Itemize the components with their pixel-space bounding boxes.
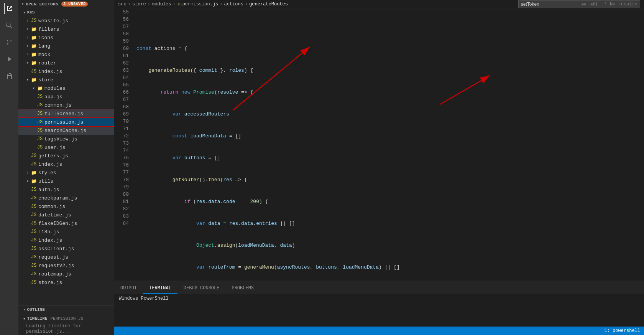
activity-bar bbox=[0, 0, 18, 335]
run-debug-icon[interactable] bbox=[4, 54, 15, 64]
tree-label: flakeIDGen.js bbox=[38, 221, 114, 226]
tree-label: fullScreen.js bbox=[44, 111, 114, 117]
tree-item-store[interactable]: ▾ 📁 store bbox=[18, 76, 114, 84]
open-editors-header[interactable]: ▾ OPEN EDITORS 2 UNSAVED bbox=[18, 0, 114, 8]
tab-problems[interactable]: PROBLEMS bbox=[225, 283, 260, 294]
source-control-icon[interactable] bbox=[4, 37, 15, 48]
tree-item-utils[interactable]: ▾ 📁 utils bbox=[18, 177, 114, 185]
tree-item-filters[interactable]: › 📁 filters bbox=[18, 25, 114, 33]
tree-item-utils-index[interactable]: JS index.js bbox=[18, 236, 114, 244]
js-file-icon: JS bbox=[31, 220, 37, 226]
tree-item-auth[interactable]: JS auth.js bbox=[18, 185, 114, 194]
tree-label: mock bbox=[38, 52, 114, 58]
tree-item-styles[interactable]: › 📁 styles bbox=[18, 168, 114, 177]
tree-item-request[interactable]: JS request.js bbox=[18, 253, 114, 261]
open-editors-section: ▾ OPEN EDITORS 2 UNSAVED bbox=[18, 0, 114, 8]
tree-arrow: ▾ bbox=[31, 85, 37, 91]
tree-item-store-js[interactable]: JS store.js bbox=[18, 278, 114, 287]
tree-label: lang bbox=[38, 43, 114, 49]
explorer-icon[interactable] bbox=[4, 3, 15, 14]
timeline-section: ▾ TIMELINE permission.js Loading timelin… bbox=[18, 314, 114, 335]
status-bar: 1: powershell bbox=[114, 327, 644, 335]
tree-item-app[interactable]: JS app.js bbox=[18, 92, 114, 101]
tree-item-router[interactable]: ▾ 📁 router bbox=[18, 59, 114, 67]
tree-item-fullscreen[interactable]: JS fullScreen.js bbox=[18, 109, 114, 118]
tree-item-datetime[interactable]: JS datetime.js bbox=[18, 211, 114, 219]
breadcrumb-file: JSpermission.js bbox=[177, 2, 219, 7]
regex-button[interactable]: .* bbox=[600, 2, 608, 7]
tree-arrow: ▾ bbox=[25, 60, 31, 66]
search-activity-icon[interactable] bbox=[4, 20, 15, 31]
tree-item-permission[interactable]: JS permission.js bbox=[18, 118, 114, 126]
tree-item-ossclient[interactable]: JS ossClient.js bbox=[18, 244, 114, 253]
match-case-button[interactable]: Aa bbox=[580, 2, 588, 7]
tree-label: request.js bbox=[38, 254, 114, 260]
tree-item-getters[interactable]: JS getters.js bbox=[18, 152, 114, 160]
outline-header[interactable]: › OUTLINE bbox=[18, 305, 114, 314]
breadcrumb-actions: actions bbox=[224, 2, 243, 7]
code-line-58: return new Promise(resolve => { bbox=[135, 89, 644, 96]
tree-item-lang[interactable]: › 📁 lang bbox=[18, 42, 114, 50]
breadcrumb: src › store › modules › JSpermission.js … bbox=[114, 0, 644, 8]
tab-terminal[interactable]: TERMINAL bbox=[143, 283, 177, 294]
tree-label: i18n.js bbox=[38, 229, 114, 235]
line-numbers: 55 56 57 58 59 60 61 62 63 64 65 66 67 6… bbox=[114, 8, 133, 281]
file-tree: › JS website.js › 📁 filters › 📁 icons › … bbox=[18, 17, 114, 305]
status-powershell: 1: powershell bbox=[604, 328, 640, 333]
open-editors-arrow: ▾ bbox=[21, 2, 24, 7]
tree-item-routemap[interactable]: JS routemap.js bbox=[18, 270, 114, 278]
js-file-icon: JS bbox=[37, 144, 43, 150]
code-content[interactable]: const actions = { generateRoutes({ commi… bbox=[133, 8, 644, 281]
breadcrumb-sep-2: › bbox=[148, 2, 150, 7]
tree-item-flakeidgen[interactable]: JS flakeIDGen.js bbox=[18, 219, 114, 228]
folder-icon: 📁 bbox=[31, 43, 37, 49]
whole-word-button[interactable]: Ab| bbox=[589, 2, 600, 7]
breadcrumb-modules: modules bbox=[152, 2, 171, 7]
folder-icon: 📁 bbox=[31, 77, 37, 83]
js-file-icon: JS bbox=[37, 119, 43, 125]
tree-label: icons bbox=[38, 35, 114, 41]
tree-label: searchCache.js bbox=[44, 128, 114, 134]
breadcrumb-sep-5: › bbox=[245, 2, 248, 7]
tree-item-checkparam[interactable]: JS checkparam.js bbox=[18, 194, 114, 202]
tree-label: ossClient.js bbox=[38, 246, 114, 252]
code-line-65: Object.assign(loadMenuData, data) bbox=[135, 242, 644, 249]
tree-arrow: › bbox=[25, 26, 31, 32]
find-input[interactable] bbox=[521, 2, 578, 7]
js-file-icon: JS bbox=[37, 136, 43, 142]
search-result-count: No results bbox=[610, 2, 637, 7]
tree-item-i18n[interactable]: JS i18n.js bbox=[18, 228, 114, 236]
folder-icon: 📁 bbox=[31, 60, 37, 66]
tree-label: store bbox=[38, 77, 114, 83]
tree-item-store-index[interactable]: JS index.js bbox=[18, 160, 114, 168]
tab-debug-console[interactable]: DEBUG CONSOLE bbox=[177, 283, 226, 294]
tree-item-user[interactable]: JS user.js bbox=[18, 143, 114, 152]
tree-item-tagsview[interactable]: JS tagsView.js bbox=[18, 135, 114, 143]
extensions-icon[interactable] bbox=[4, 71, 15, 81]
tree-item-router-index[interactable]: JS index.js bbox=[18, 67, 114, 76]
tree-label: auth.js bbox=[38, 187, 114, 193]
tree-label: getters.js bbox=[38, 153, 114, 159]
js-file-icon: JS bbox=[31, 212, 37, 218]
tree-item-searchcache[interactable]: JS searchCache.js bbox=[18, 126, 114, 135]
tree-item-website[interactable]: › JS website.js bbox=[18, 17, 114, 25]
code-line-55 bbox=[135, 23, 644, 30]
panel-content: Windows PowerShell bbox=[114, 294, 644, 327]
code-line-63: if (res.data.code === 200) { bbox=[135, 198, 644, 205]
tree-item-utils-common[interactable]: JS common.js bbox=[18, 202, 114, 211]
tree-label: filters bbox=[38, 26, 114, 32]
tree-item-common[interactable]: JS common.js bbox=[18, 101, 114, 109]
explorer-root-label[interactable]: ▾ KKS bbox=[18, 8, 114, 17]
tree-item-mock[interactable]: › 📁 mock bbox=[18, 50, 114, 59]
js-file-icon: JS bbox=[31, 153, 37, 159]
tree-label: website.js bbox=[38, 18, 114, 24]
tree-item-modules[interactable]: ▾ 📁 modules bbox=[18, 84, 114, 92]
tab-output[interactable]: OUTPUT bbox=[114, 283, 143, 294]
tree-item-icons[interactable]: › 📁 icons bbox=[18, 33, 114, 42]
tree-arrow: › bbox=[25, 18, 31, 24]
panel-tabs: OUTPUT TERMINAL DEBUG CONSOLE PROBLEMS bbox=[114, 281, 644, 294]
timeline-file: permission.js bbox=[50, 316, 83, 321]
tree-item-requestv2[interactable]: JS requestV2.js bbox=[18, 261, 114, 270]
timeline-header[interactable]: ▾ TIMELINE permission.js bbox=[18, 314, 114, 323]
tree-label: styles bbox=[38, 170, 114, 176]
